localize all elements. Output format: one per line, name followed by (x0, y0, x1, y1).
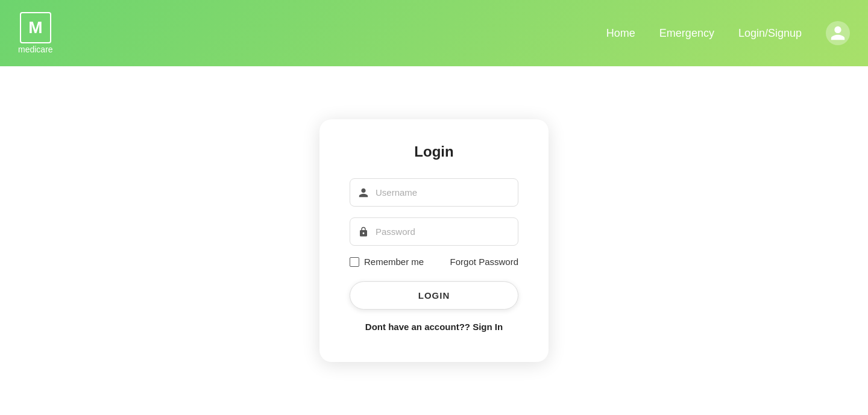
username-group (350, 178, 518, 207)
login-button[interactable]: LOGIN (350, 281, 518, 310)
signup-text[interactable]: Dont have an account?? Sign In (350, 322, 518, 332)
logo-box: M (20, 12, 51, 43)
login-title: Login (350, 143, 518, 160)
remember-forgot-row: Remember me Forgot Password (350, 257, 518, 267)
logo-text: medicare (18, 45, 53, 54)
logo-area: M medicare (18, 12, 53, 54)
remember-me-checkbox[interactable] (350, 257, 359, 267)
username-input[interactable] (350, 178, 518, 207)
login-card: Login Remember me Fo (319, 119, 549, 362)
nav-home[interactable]: Home (606, 27, 635, 40)
password-group (350, 217, 518, 246)
logo-letter: M (28, 18, 42, 37)
main-content: Login Remember me Fo (0, 66, 868, 415)
logo-container: M medicare (18, 12, 53, 54)
user-icon (358, 187, 369, 198)
user-avatar-icon[interactable] (826, 21, 850, 45)
lock-icon (358, 226, 369, 237)
nav-emergency[interactable]: Emergency (659, 27, 714, 40)
remember-me-label[interactable]: Remember me (350, 257, 424, 267)
password-input[interactable] (350, 217, 518, 246)
header: M medicare Home Emergency Login/Signup (0, 0, 868, 66)
nav-login-signup[interactable]: Login/Signup (738, 27, 802, 40)
forgot-password-link[interactable]: Forgot Password (450, 257, 518, 267)
nav-area: Home Emergency Login/Signup (606, 21, 850, 45)
remember-me-text: Remember me (364, 257, 424, 267)
